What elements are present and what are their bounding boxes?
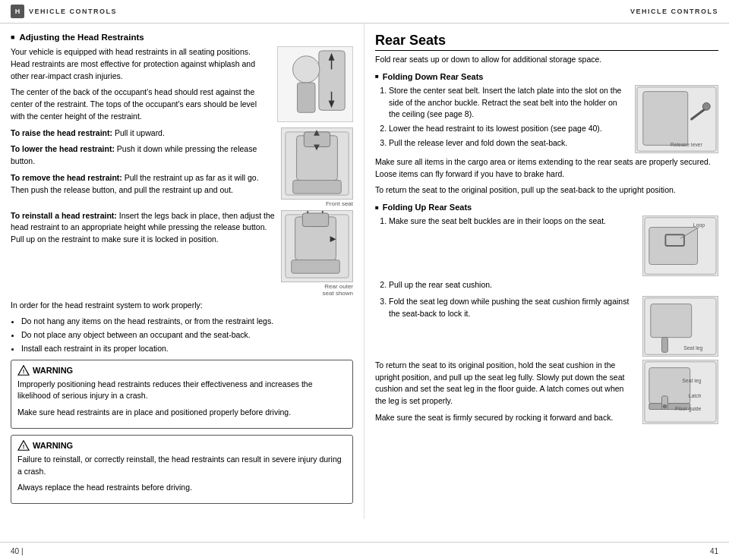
svg-rect-35 <box>651 304 692 337</box>
warning1-title: WARNING <box>33 366 73 375</box>
left-column: Adjusting the Head Restraints <box>0 24 364 519</box>
svg-text:Floor guide: Floor guide <box>675 406 702 412</box>
warning-box-1: ! WARNING Improperly positioning head re… <box>11 360 353 429</box>
release-lever-image-wrap: Release lever <box>635 85 718 153</box>
raise-label: To raise the head restraint: <box>11 128 112 137</box>
release-lever-svg: Release lever <box>636 85 718 153</box>
left-section-heading: Adjusting the Head Restraints <box>11 33 353 42</box>
app-icon: H <box>11 5 24 18</box>
head-restraint-svg <box>278 46 352 122</box>
rear-outer-caption: Rear outer seat shown <box>281 283 353 297</box>
release-lever-image: Release lever <box>635 85 718 153</box>
fold-up-step3-section: Seat leg Fold the seat leg down while pu… <box>375 296 718 360</box>
svg-text:Loop: Loop <box>693 222 705 228</box>
page-number-left: 40 | <box>11 547 24 555</box>
svg-point-27 <box>702 102 710 110</box>
warning2-line1: Failure to reinstall, or correctly reins… <box>17 454 346 478</box>
loop-svg: Loop <box>643 216 718 276</box>
front-seat-image <box>281 127 353 200</box>
fold-up-heading: Folding Up Rear Seats <box>375 203 718 212</box>
header-left: H VEHICLE CONTROLS <box>11 5 117 18</box>
svg-point-42 <box>662 404 667 408</box>
rear-outer-section: Rear outer seat shown To reinstall a hea… <box>11 210 353 300</box>
svg-rect-16 <box>292 260 340 273</box>
svg-rect-39 <box>649 367 690 403</box>
seat-leg-image-wrap-1: Seat leg <box>642 296 718 357</box>
latch-image: Seat leg Latch Floor guide <box>642 360 718 424</box>
rear-outer-svg <box>282 210 352 282</box>
rear-seats-title: Rear Seats <box>375 33 718 51</box>
latch-image-wrap: Seat leg Latch Floor guide <box>642 360 718 424</box>
rear-outer-image <box>281 210 353 282</box>
page-number-right: 41 <box>710 547 718 555</box>
rear-outer-image-wrap: Rear outer seat shown <box>281 210 353 297</box>
front-seat-section: Front seat To raise the head restraint: … <box>11 127 353 210</box>
bullet3: Install each restraint in its proper loc… <box>21 343 353 355</box>
page-footer: 40 | 41 <box>0 542 729 560</box>
seat-leg-svg-1: Seat leg <box>643 296 718 357</box>
head-diagram-image <box>277 46 353 122</box>
fold-down-section: Release lever Store the center seat belt… <box>375 85 718 156</box>
svg-text:Release lever: Release lever <box>671 142 703 147</box>
front-seat-svg <box>282 127 352 200</box>
remove-label: To remove the head restraint: <box>11 173 122 182</box>
lower-label: To lower the head restraint: <box>11 144 115 153</box>
warning1-line2: Make sure head restraints are in place a… <box>17 407 346 419</box>
svg-text:Latch: Latch <box>689 393 702 398</box>
raise-detail: Pull it upward. <box>112 128 165 137</box>
proper-intro: In order for the head restraint system t… <box>11 300 353 312</box>
warning-triangle-icon-2: ! <box>17 440 30 451</box>
reinstall-label: To reinstall a head restraint: <box>11 211 117 220</box>
fold-down-note2: To return the seat to the original posit… <box>375 184 718 197</box>
svg-rect-2 <box>297 83 315 112</box>
rear-seats-intro: Fold rear seats up or down to allow for … <box>375 54 718 66</box>
header-right: VEHICLE CONTROLS <box>630 8 718 15</box>
svg-text:Seat leg: Seat leg <box>682 378 701 384</box>
svg-text:!: ! <box>23 367 25 374</box>
right-column: Rear Seats Fold rear seats up or down to… <box>364 24 729 519</box>
seat-leg-image-1: Seat leg <box>642 296 718 357</box>
fold-down-heading: Folding Down Rear Seats <box>375 72 718 81</box>
adjusting-head-restraints-title: Adjusting the Head Restraints <box>19 33 144 42</box>
fold-up-step1-section: Loop Make sure the seat belt buckles are… <box>375 216 718 279</box>
triangle-svg-2: ! <box>17 440 30 451</box>
warning2-line2: Always replace the head restraints befor… <box>17 482 346 494</box>
svg-point-1 <box>293 56 320 83</box>
fold-up-heading-text: Folding Up Rear Seats <box>383 203 472 212</box>
fold-down-heading-text: Folding Down Rear Seats <box>383 72 484 81</box>
warning1-header: ! WARNING <box>17 365 346 376</box>
latch-svg: Seat leg Latch Floor guide <box>643 360 718 424</box>
svg-text:!: ! <box>23 443 25 450</box>
fold-down-note1: Make sure all items in the cargo area or… <box>375 156 718 181</box>
bullet1: Do not hang any items on the head restra… <box>21 316 353 328</box>
warning-triangle-icon-1: ! <box>17 365 30 376</box>
svg-rect-25 <box>643 91 688 145</box>
front-seat-image-wrap: Front seat <box>281 127 353 207</box>
warning-box-2: ! WARNING Failure to reinstall, or corre… <box>11 435 353 504</box>
loop-image-wrap: Loop <box>642 216 718 276</box>
warning2-header: ! WARNING <box>17 440 346 451</box>
svg-rect-15 <box>302 212 328 226</box>
head-restraint-diagram <box>277 46 353 122</box>
header-left-title: VEHICLE CONTROLS <box>29 8 117 15</box>
svg-rect-36 <box>662 337 668 352</box>
loop-image: Loop <box>642 216 718 276</box>
bullet2: Do not place any object between an occup… <box>21 329 353 341</box>
head-diagram-section: Your vehicle is equipped with head restr… <box>11 46 353 127</box>
warning1-line1: Improperly positioning head restraints r… <box>17 379 346 403</box>
warning2-title: WARNING <box>33 441 73 450</box>
fold-up-step2-list: Pull up the rear seat cushion. <box>375 279 718 291</box>
svg-rect-12 <box>293 180 342 193</box>
header-right-title: VEHICLE CONTROLS <box>630 8 718 15</box>
page-header: H VEHICLE CONTROLS VEHICLE CONTROLS <box>0 0 729 24</box>
fold-up-step2: Pull up the rear seat cushion. <box>389 279 718 291</box>
proper-list: Do not hang any items on the head restra… <box>11 316 353 354</box>
main-content: Adjusting the Head Restraints <box>0 24 729 519</box>
svg-text:Seat leg: Seat leg <box>683 345 702 351</box>
triangle-svg-1: ! <box>17 365 30 376</box>
front-seat-caption: Front seat <box>281 200 353 207</box>
fold-up-note-section: Seat leg Latch Floor guide To return the… <box>375 360 718 429</box>
